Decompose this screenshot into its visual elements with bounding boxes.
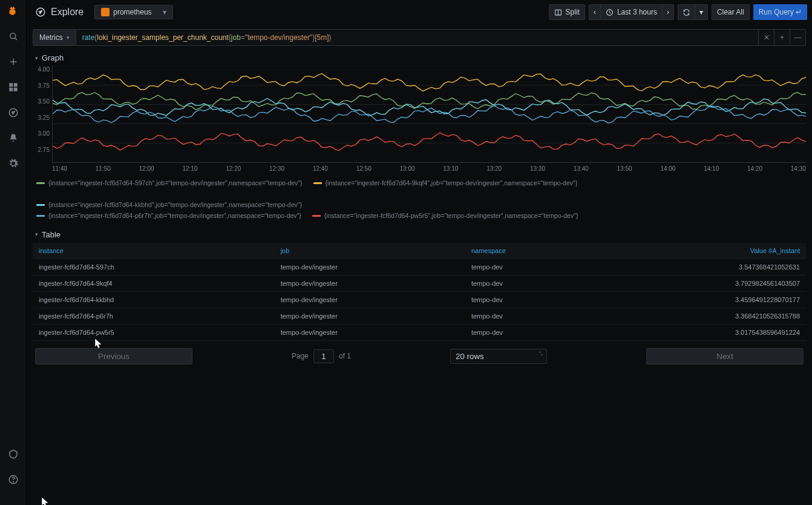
xtick: 13:00: [400, 165, 415, 172]
table-cell: tempo-dev/ingester: [275, 308, 465, 324]
svg-marker-9: [11, 111, 15, 114]
pager-page-input[interactable]: [313, 349, 334, 363]
table-row[interactable]: ingester-fcf6d7d64-9kqf4tempo-dev/ingest…: [33, 275, 806, 291]
pager-prev-button[interactable]: Previous: [35, 348, 192, 365]
table-cell: tempo-dev: [465, 324, 594, 340]
ytick: 3.75: [38, 82, 50, 89]
xtick: 12:40: [313, 165, 328, 172]
refresh-interval-button[interactable]: ▾: [695, 4, 708, 20]
ytick: 3.00: [38, 130, 50, 137]
chevron-down-icon: ▾: [163, 8, 166, 16]
result-table: instancejobnamespaceValue #A_instant ing…: [33, 243, 806, 341]
table-header[interactable]: namespace: [465, 243, 594, 259]
table-cell: tempo-dev: [465, 275, 594, 291]
chart[interactable]: 4.003.753.503.253.002.75: [33, 66, 806, 163]
table-cell: tempo-dev/ingester: [275, 275, 465, 291]
table-cell: tempo-dev: [465, 308, 594, 324]
legend-swatch: [312, 215, 321, 217]
xtick: 13:30: [530, 165, 545, 172]
search-icon[interactable]: [7, 30, 19, 42]
toggle-query-button[interactable]: —: [790, 29, 806, 46]
page-title: Explore: [51, 7, 83, 18]
legend-label: {instance="ingester-fcf6d7d64-kkbhd",job…: [48, 200, 302, 211]
table-pager: Previous Page of 1 20 rows Next: [33, 346, 806, 367]
legend-item[interactable]: {instance="ingester-fcf6d7d64-597ch",job…: [36, 178, 303, 189]
nav-rail: [0, 0, 27, 505]
time-picker-group: ‹ Last 3 hours ›: [589, 4, 674, 20]
table-row[interactable]: ingester-fcf6d7d64-pw5r5tempo-dev/ingest…: [33, 324, 806, 340]
legend-item[interactable]: {instance="ingester-fcf6d7d64-9kqf4",job…: [313, 178, 578, 189]
legend-swatch: [36, 215, 45, 217]
table-section-toggle[interactable]: ▾ Table: [35, 230, 806, 239]
table-row[interactable]: ingester-fcf6d7d64-597chtempo-dev/ingest…: [33, 259, 806, 275]
xtick: 13:40: [574, 165, 589, 172]
pager-page-label: Page: [292, 352, 309, 360]
compass-icon: [35, 7, 46, 18]
time-back-button[interactable]: ‹: [589, 4, 601, 20]
metrics-browser-button[interactable]: Metrics ▾: [33, 29, 76, 46]
table-cell: 3.0175438596491224: [594, 324, 806, 340]
pager-rows-select[interactable]: 20 rows: [450, 349, 547, 364]
query-editor[interactable]: rate(loki_ingester_samples_per_chunk_cou…: [76, 29, 759, 46]
time-forward-button[interactable]: ›: [663, 4, 674, 20]
pager-next-button[interactable]: Next: [646, 348, 804, 365]
ytick: 4.00: [38, 66, 50, 73]
remove-query-button[interactable]: ✕: [759, 29, 774, 46]
server-admin-icon[interactable]: [7, 448, 19, 460]
chart-plot[interactable]: [52, 66, 806, 163]
table-row[interactable]: ingester-fcf6d7d64-kkbhdtempo-dev/ingest…: [33, 291, 806, 308]
alerting-icon[interactable]: [7, 132, 19, 144]
caret-down-icon: ▾: [35, 231, 38, 237]
legend-swatch: [36, 204, 45, 206]
add-query-button[interactable]: +: [774, 29, 790, 46]
config-gear-icon[interactable]: [7, 157, 19, 170]
grafana-logo-icon[interactable]: [7, 5, 19, 17]
table-row[interactable]: ingester-fcf6d7d64-p6r7htempo-dev/ingest…: [33, 308, 806, 324]
svg-rect-4: [9, 83, 13, 87]
xtick: 12:30: [269, 165, 284, 172]
table-cell: ingester-fcf6d7d64-597ch: [33, 259, 275, 275]
help-icon[interactable]: [7, 474, 19, 486]
time-range-label: Last 3 hours: [617, 8, 657, 16]
xtick: 12:50: [356, 165, 372, 172]
svg-line-1: [15, 38, 16, 40]
chevron-down-icon: ▾: [67, 35, 70, 41]
table-cell: ingester-fcf6d7d64-p6r7h: [33, 308, 275, 324]
time-range-button[interactable]: Last 3 hours: [601, 4, 663, 20]
xtick: 12:10: [182, 165, 197, 172]
table-section-title: Table: [42, 230, 61, 239]
legend-item[interactable]: {instance="ingester-fcf6d7d64-pw5r5",job…: [312, 211, 578, 222]
ytick: 2.75: [38, 147, 50, 153]
chart-yaxis: 4.003.753.503.253.002.75: [33, 66, 52, 163]
caret-down-icon: ▾: [35, 55, 38, 61]
graph-section-toggle[interactable]: ▾ Graph: [35, 53, 806, 62]
main-content: Metrics ▾ rate(loki_ingester_samples_per…: [27, 24, 812, 505]
graph-section-title: Graph: [42, 53, 64, 62]
chart-xaxis: 11:4011:5012:0012:1012:2012:3012:4012:50…: [52, 164, 806, 176]
legend-label: {instance="ingester-fcf6d7d64-pw5r5",job…: [324, 211, 578, 222]
plus-icon[interactable]: [7, 56, 19, 68]
table-cell: 3.547368421052631: [594, 259, 806, 275]
clear-all-button[interactable]: Clear All: [712, 4, 750, 20]
table-cell: tempo-dev: [465, 259, 594, 275]
ytick: 3.50: [38, 98, 50, 105]
table-cell: 3.7929824561403507: [594, 275, 806, 291]
ytick: 3.25: [38, 114, 50, 121]
legend-item[interactable]: {instance="ingester-fcf6d7d64-kkbhd",job…: [36, 200, 302, 211]
xtick: 14:10: [704, 165, 719, 172]
legend-item[interactable]: {instance="ingester-fcf6d7d64-p6r7h",job…: [36, 211, 301, 222]
svg-rect-6: [9, 88, 13, 91]
refresh-button[interactable]: [678, 4, 695, 20]
run-query-button[interactable]: Run Query ↵: [753, 4, 807, 20]
split-button[interactable]: Split: [549, 4, 585, 20]
dashboards-icon[interactable]: [7, 81, 19, 93]
svg-rect-5: [13, 83, 17, 87]
table-header[interactable]: job: [275, 243, 465, 259]
table-header[interactable]: Value #A_instant: [594, 243, 806, 259]
table-header[interactable]: instance: [33, 243, 275, 259]
datasource-picker[interactable]: prometheus ▾: [94, 5, 173, 19]
xtick: 13:20: [486, 165, 502, 172]
prometheus-icon: [101, 8, 110, 16]
explore-nav-icon[interactable]: [7, 107, 19, 119]
query-actions: ✕ + —: [759, 29, 806, 46]
